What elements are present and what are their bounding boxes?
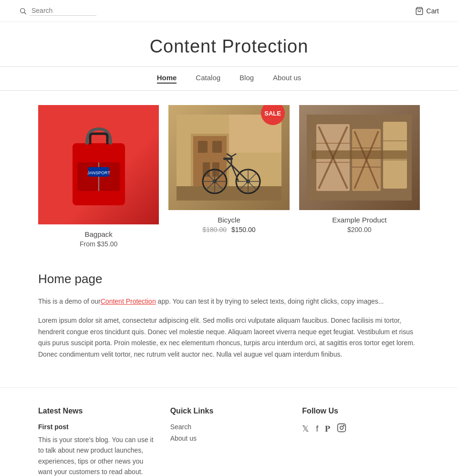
footer-quick-links: Quick Links Search About us [170, 407, 288, 476]
pinterest-icon[interactable]: 𝐏 [325, 424, 330, 434]
footer: Latest News First post This is your stor… [0, 387, 458, 476]
intro-text: This is a demo of our [38, 297, 101, 305]
footer-news-post-body: This is your store's blog. You can use i… [38, 434, 156, 476]
product-price-example: $200.00 [299, 226, 420, 233]
product-image-bag[interactable]: JANSPORT [38, 105, 159, 224]
svg-rect-36 [223, 158, 233, 160]
search-input[interactable] [30, 6, 96, 16]
footer-link-about[interactable]: About us [170, 434, 288, 442]
example-svg [307, 115, 412, 201]
bike-svg [177, 115, 281, 201]
nav-about[interactable]: About us [273, 74, 301, 84]
svg-rect-52 [338, 424, 346, 432]
svg-rect-47 [312, 150, 407, 159]
site-title: Content Protection [0, 22, 458, 66]
product-card-bag: JANSPORT Bagpack From $35.00 [38, 105, 159, 248]
cart-button[interactable]: Cart [415, 7, 439, 15]
footer-quick-links-title: Quick Links [170, 407, 288, 415]
product-name-example: Example Product [299, 216, 420, 224]
product-name-bike: Bicycle [168, 216, 289, 224]
nav-home[interactable]: Home [157, 74, 177, 84]
svg-line-1 [24, 12, 26, 14]
product-price-bike: $180.00 $150.00 [168, 226, 289, 233]
instagram-icon[interactable] [337, 423, 346, 435]
svg-text:JANSPORT: JANSPORT [87, 170, 110, 175]
cart-icon [415, 7, 424, 15]
svg-rect-12 [212, 141, 222, 153]
search-area [19, 6, 96, 16]
footer-link-search[interactable]: Search [170, 423, 288, 431]
products-grid: JANSPORT Bagpack From $35.00 SALE [0, 91, 458, 262]
footer-news-post-title[interactable]: First post [38, 423, 156, 431]
social-icons: 𝕏 f 𝐏 [302, 423, 420, 435]
content-protection-link[interactable]: Content Protection [101, 297, 156, 305]
svg-rect-16 [177, 186, 281, 201]
header: Cart [0, 0, 458, 22]
example-image [299, 105, 420, 210]
nav-blog[interactable]: Blog [239, 74, 254, 84]
homepage-title: Home page [38, 272, 420, 286]
product-image-example[interactable] [299, 105, 420, 210]
product-name-bag: Bagpack [38, 230, 159, 238]
product-image-bike[interactable]: SALE [168, 105, 289, 210]
price-sale-bike: $150.00 [231, 226, 256, 233]
product-price-bag: From $35.00 [38, 240, 159, 248]
svg-rect-11 [198, 141, 208, 153]
homepage-intro: This is a demo of ourContent Protection … [38, 296, 420, 307]
content-area: Home page This is a demo of ourContent P… [0, 262, 458, 387]
cart-label: Cart [427, 7, 439, 15]
footer-news: Latest News First post This is your stor… [38, 407, 156, 476]
product-card-bike: SALE [168, 105, 289, 248]
navigation: Home Catalog Blog About us [0, 66, 458, 91]
svg-point-54 [344, 425, 344, 426]
footer-news-title: Latest News [38, 407, 156, 415]
twitter-icon[interactable]: 𝕏 [302, 423, 309, 434]
nav-catalog[interactable]: Catalog [196, 74, 220, 84]
product-card-example: Example Product $200.00 [299, 105, 420, 248]
price-original-bike: $180.00 [202, 226, 227, 233]
search-icon [19, 7, 27, 15]
svg-point-53 [340, 426, 344, 430]
intro-after: app. You can test it by trying to select… [156, 297, 384, 305]
svg-point-0 [21, 8, 25, 12]
facebook-icon[interactable]: f [316, 424, 318, 434]
bag-svg: JANSPORT [65, 119, 132, 210]
footer-follow-title: Follow Us [302, 407, 420, 415]
homepage-body: Lorem ipsum dolor sit amet, consectetur … [38, 315, 420, 360]
footer-follow: Follow Us 𝕏 f 𝐏 [302, 407, 420, 476]
bag-image: JANSPORT [38, 105, 159, 224]
